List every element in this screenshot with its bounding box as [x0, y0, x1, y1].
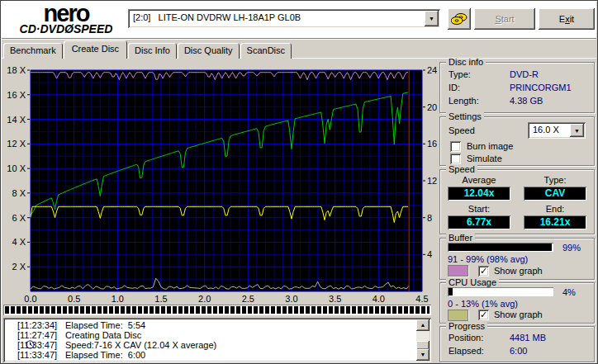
start-button[interactable]: Start [474, 8, 535, 30]
svg-text:0.5: 0.5 [68, 294, 80, 303]
cpu-bar [448, 287, 553, 296]
buffer-color-swatch [448, 265, 468, 277]
cpu-usage-group: CPU Usage 4% 0 - 13% (1% avg) ✓ Show gra… [439, 282, 595, 324]
speed-setting-label: Speed [448, 125, 475, 135]
average-label: Average [448, 175, 510, 185]
svg-text:16 X: 16 X [7, 90, 26, 100]
header: nero CD·DVDØSPEED [2:0] LITE-ON DVDRW LH… [2, 2, 596, 39]
svg-text:2 X: 2 X [12, 262, 26, 272]
speed-graph: 18 X16 X14 X12 X10 X8 X6 X4 X2 X24201612… [1, 59, 439, 303]
average-speed-display: 12.04x [448, 187, 510, 201]
drive-select-value: [2:0] LITE-ON DVDRW LH-18A1P GL0B [133, 12, 301, 22]
discs-icon [451, 11, 467, 26]
chevron-down-icon[interactable]: ▼ [425, 11, 439, 26]
log-line[interactable]: [11:27:47] Creating Data Disc [6, 330, 415, 340]
svg-text:4 X: 4 X [12, 237, 26, 247]
svg-text:20: 20 [427, 102, 437, 112]
speed-select-value: 16.0 X [533, 125, 559, 135]
speed-group: Speed Average 12.04x Type: CAV Start: 6.… [439, 169, 595, 234]
end-label: End: [524, 204, 586, 214]
group-title: Progress [446, 321, 487, 331]
disc-glyph-icon: Ø [64, 22, 74, 35]
svg-text:24: 24 [427, 65, 437, 75]
group-title: Speed [446, 164, 477, 174]
log-scrollbar[interactable]: ▲ ▼ [416, 319, 430, 361]
exit-button[interactable]: Exit [539, 8, 595, 30]
svg-text:6 X: 6 X [12, 213, 26, 223]
nero-cd-dvd-speed-window: nero CD·DVDØSPEED [2:0] LITE-ON DVDRW LH… [0, 0, 598, 364]
cpu-color-swatch [448, 310, 468, 321]
simulate-label: Simulate [467, 154, 502, 163]
svg-text:10 X: 10 X [7, 163, 26, 173]
progress-group: Progress Position: 4481 MB Elapsed: 6:00 [439, 326, 595, 362]
svg-text:3.0: 3.0 [285, 294, 297, 303]
buffer-bar [448, 243, 553, 252]
buffer-percent: 99% [562, 243, 581, 253]
svg-text:12 X: 12 X [7, 139, 26, 149]
group-title: Settings [446, 111, 484, 121]
buffer-group: Buffer 99% 91 - 99% (98% avg) ✓ Show gra… [439, 238, 595, 280]
cpu-bar-fill [448, 288, 453, 295]
tab-create-disc[interactable]: Create Disc [64, 40, 127, 59]
position-progress-bar [3, 305, 431, 315]
tab-scandisc[interactable]: ScanDisc [240, 43, 292, 59]
position-progress-fill [5, 306, 430, 314]
cpu-show-graph-checkbox[interactable]: ✓ [478, 310, 489, 320]
log-line[interactable]: [11:33:47] Speed:7-16 X CAV (12.04 X ave… [6, 340, 415, 350]
burn-image-label: Burn image [467, 141, 513, 151]
nero-logo: nero CD·DVDØSPEED [5, 2, 127, 35]
type-label: Type: [524, 175, 586, 185]
scroll-up-icon[interactable]: ▲ [416, 319, 430, 331]
disc-info-group: Disc info Type: DVD-R ID: PRINCORGM1 Len… [439, 62, 595, 113]
disc-length-value: 4.38 GB [510, 96, 543, 106]
cpu-range: 0 - 13% (1% avg) [448, 299, 518, 309]
svg-text:18 X: 18 X [7, 65, 26, 75]
clock-icon [6, 330, 17, 340]
position-value: 4481 MB [510, 333, 546, 343]
start-label: Start: [448, 204, 510, 214]
disc-id-label: ID: [448, 83, 460, 92]
tab-disc-quality[interactable]: Disc Quality [178, 43, 240, 59]
svg-text:1.0: 1.0 [112, 294, 124, 303]
type-display: CAV [524, 187, 586, 201]
chevron-down-icon[interactable]: ▼ [570, 124, 584, 137]
group-title: Buffer [446, 233, 475, 243]
svg-text:4.0: 4.0 [373, 294, 385, 303]
svg-text:3.5: 3.5 [329, 294, 341, 303]
simulate-checkbox[interactable] [450, 154, 461, 164]
cd-dvd-speed-logo-text: CD·DVDØSPEED [5, 24, 127, 35]
svg-text:12: 12 [427, 176, 437, 186]
log-line[interactable]: [11:23:34] Elapsed Time: 5:54 [6, 320, 415, 330]
svg-text:0.0: 0.0 [24, 294, 36, 303]
disc-id-value: PRINCORGM1 [510, 83, 572, 92]
svg-text:2.5: 2.5 [242, 294, 254, 303]
buffer-range: 91 - 99% (98% avg) [448, 254, 528, 264]
eject-disc-button[interactable] [448, 8, 471, 30]
log-line[interactable]: [11:33:47] Elapsed Time: 6:00 [6, 350, 415, 360]
tab-bar: Benchmark Create Disc Disc Info Disc Qua… [3, 40, 292, 59]
speed-select[interactable]: 16.0 X ▼ [528, 122, 586, 139]
event-log[interactable]: [11:23:34] Elapsed Time: 5:54 [11:27:47]… [3, 318, 431, 362]
start-speed-display: 6.77x [448, 215, 510, 229]
nero-logo-text: nero [5, 2, 127, 24]
tab-disc-info[interactable]: Disc Info [128, 43, 177, 59]
svg-text:8 X: 8 X [12, 188, 26, 198]
svg-text:1.5: 1.5 [154, 294, 167, 303]
position-label: Position: [448, 333, 483, 343]
burn-image-checkbox[interactable] [450, 141, 461, 152]
svg-text:14 X: 14 X [7, 115, 26, 125]
svg-text:4.5: 4.5 [415, 294, 428, 303]
cpu-percent: 4% [562, 287, 576, 297]
svg-text:2.0: 2.0 [198, 294, 211, 303]
cpu-show-graph-label: Show graph [494, 310, 543, 319]
svg-text:4: 4 [427, 249, 432, 259]
drive-select[interactable]: [2:0] LITE-ON DVDRW LH-18A1P GL0B ▼ [128, 9, 440, 28]
buffer-bar-fill [448, 243, 552, 251]
disc-length-label: Length: [448, 96, 479, 106]
svg-text:16: 16 [427, 139, 437, 149]
scroll-down-icon[interactable]: ▼ [416, 349, 430, 361]
elapsed-value: 6:00 [510, 346, 527, 356]
tab-benchmark[interactable]: Benchmark [3, 43, 63, 59]
group-title: CPU Usage [446, 277, 499, 287]
buffer-show-graph-checkbox[interactable]: ✓ [478, 266, 489, 277]
